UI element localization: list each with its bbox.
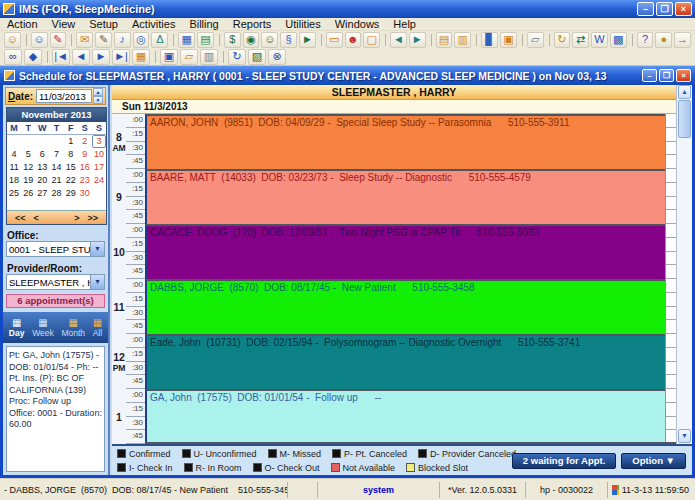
time-slot[interactable]: :45 xyxy=(126,430,145,444)
calendar-day[interactable] xyxy=(35,135,49,148)
calendar-nav-button[interactable]: >> xyxy=(83,213,102,223)
refresh-icon[interactable]: ↻ xyxy=(228,49,246,65)
spinner-up-icon[interactable]: ▲ xyxy=(93,88,103,96)
forward-icon[interactable]: ► xyxy=(409,32,426,48)
view-tab[interactable]: ▦ All xyxy=(93,317,102,338)
saved-folder-icon[interactable]: ▥ xyxy=(454,32,471,48)
statements-icon[interactable]: § xyxy=(280,32,297,48)
lab-icon[interactable]: Δ xyxy=(151,32,168,48)
payments-icon[interactable]: ◉ xyxy=(243,32,260,48)
scroll-down-icon[interactable]: ▼ xyxy=(678,429,691,443)
calendar-day[interactable] xyxy=(7,135,21,148)
option-button[interactable]: Option ▼ xyxy=(621,453,686,469)
stop-icon[interactable]: ⊗ xyxy=(268,49,286,65)
appointment-block[interactable]: DABBS, JORGE (8570) DOB: 08/17/45 - New … xyxy=(145,279,665,334)
calendar-day[interactable]: 18 xyxy=(7,174,21,187)
time-slot[interactable]: :00 xyxy=(126,279,145,293)
chevron-down-icon[interactable]: ▼ xyxy=(90,275,104,289)
time-slot[interactable]: :00 xyxy=(126,169,145,183)
calendar-day[interactable]: 15 xyxy=(64,161,78,174)
time-slot[interactable]: :45 xyxy=(126,210,145,224)
chart-review-icon[interactable]: ◎ xyxy=(133,32,150,48)
vertical-scrollbar[interactable]: ▲ ▼ xyxy=(676,85,692,444)
window-maximize-icon[interactable]: ❒ xyxy=(659,69,674,82)
date-input[interactable] xyxy=(36,89,92,103)
time-slot[interactable]: :00 xyxy=(126,389,145,403)
appointment-block[interactable]: Eade, John (10731) DOB: 02/15/94 - Polys… xyxy=(145,334,665,389)
time-slot[interactable]: :00 xyxy=(126,224,145,238)
scroll-up-icon[interactable]: ▲ xyxy=(678,85,691,99)
menu-item[interactable]: Activities xyxy=(125,18,182,30)
first-record-icon[interactable]: |◄ xyxy=(52,49,70,65)
window-close-icon[interactable]: × xyxy=(676,69,691,82)
calendar-day[interactable] xyxy=(49,135,63,148)
time-slot[interactable]: :45 xyxy=(126,375,145,389)
menu-item[interactable]: Reports xyxy=(226,18,279,30)
calendar-day[interactable]: 2 xyxy=(78,135,92,148)
menu-item[interactable]: Help xyxy=(386,18,423,30)
calendar-day[interactable]: 29 xyxy=(64,187,78,200)
view-tab[interactable]: ▦ Day xyxy=(9,317,25,338)
reports-chart-icon[interactable]: ▊ xyxy=(481,32,498,48)
transfer-icon[interactable]: ⇄ xyxy=(572,32,589,48)
progress-notes-icon[interactable]: ▤ xyxy=(197,32,214,48)
calendar-nav-button[interactable]: > xyxy=(70,213,83,223)
calendar-day[interactable] xyxy=(21,135,35,148)
calendar-day[interactable]: 28 xyxy=(49,187,63,200)
time-slot[interactable]: :45 xyxy=(126,265,145,279)
messages-icon[interactable]: ✉ xyxy=(76,32,93,48)
close-icon[interactable]: × xyxy=(675,2,692,16)
waiting-for-appt-button[interactable]: 2 waiting for Appt. xyxy=(512,453,617,469)
spinner-down-icon[interactable]: ▼ xyxy=(93,96,103,104)
calendar-day[interactable]: 25 xyxy=(7,187,21,200)
calendar-day[interactable] xyxy=(92,187,106,200)
referrals-icon[interactable]: ☻ xyxy=(345,32,362,48)
calendar-day[interactable]: 30 xyxy=(78,187,92,200)
time-slot[interactable]: :15 xyxy=(126,128,145,142)
calendar-icon[interactable]: ▦ xyxy=(132,49,150,65)
calendar-day[interactable]: 4 xyxy=(7,148,21,161)
time-slot[interactable]: :00 xyxy=(126,334,145,348)
time-slot[interactable]: :15 xyxy=(126,403,145,417)
calendar-day[interactable]: 1 xyxy=(64,135,78,148)
calendar-day[interactable]: 26 xyxy=(21,187,35,200)
time-slot[interactable]: :30 xyxy=(126,362,145,376)
filter-icon[interactable]: ◆ xyxy=(24,49,42,65)
save-layout-icon[interactable]: ▥ xyxy=(200,49,218,65)
last-record-icon[interactable]: ►| xyxy=(112,49,130,65)
prescription-icon[interactable]: ✎ xyxy=(95,32,112,48)
calendar-day[interactable]: 24 xyxy=(92,174,106,187)
calendar-nav-button[interactable]: < xyxy=(30,213,43,223)
restore-icon[interactable]: ❒ xyxy=(656,2,673,16)
next-record-icon[interactable]: ► xyxy=(92,49,110,65)
appointment-block[interactable]: CACACE, DOUG (120) DOB: 12/09/51 - Two N… xyxy=(145,224,665,279)
date-spinner[interactable]: ▲▼ xyxy=(93,88,103,104)
time-slot[interactable]: :45 xyxy=(126,155,145,169)
lock-icon[interactable]: ● xyxy=(655,32,672,48)
dictation-icon[interactable]: ♪ xyxy=(114,32,131,48)
calendar-day[interactable]: 5 xyxy=(21,148,35,161)
calendar-day[interactable]: 21 xyxy=(49,174,63,187)
menu-item[interactable]: Utilities xyxy=(278,18,327,30)
collections-icon[interactable]: ☺ xyxy=(261,32,278,48)
appointment-block[interactable]: BAARE, MATT (14033) DOB: 03/23/73 - Slee… xyxy=(145,169,665,224)
time-slot[interactable]: :15 xyxy=(126,348,145,362)
calendar-day[interactable]: 23 xyxy=(78,174,92,187)
menu-item[interactable]: Billing xyxy=(182,18,225,30)
workspace-icon[interactable]: ▣ xyxy=(160,49,178,65)
calendar-day[interactable]: 27 xyxy=(35,187,49,200)
time-slot[interactable]: :30 xyxy=(126,252,145,266)
window-minimize-icon[interactable]: – xyxy=(642,69,657,82)
exit-icon[interactable]: → xyxy=(674,32,691,48)
report-viewer-icon[interactable]: ▩ xyxy=(610,32,627,48)
calendar-day[interactable]: 10 xyxy=(92,148,106,161)
time-slot[interactable]: :15 xyxy=(126,238,145,252)
billing-icon[interactable]: $ xyxy=(224,32,241,48)
help-icon[interactable]: ? xyxy=(637,32,654,48)
calendar-day[interactable]: 22 xyxy=(64,174,78,187)
office-select[interactable]: 0001 - SLEEP STUDY CE ▼ xyxy=(6,241,105,257)
scan-icon[interactable]: ▣ xyxy=(500,32,517,48)
calendar-day[interactable]: 11 xyxy=(7,161,21,174)
calendar-day[interactable]: 16 xyxy=(78,161,92,174)
menu-item[interactable]: Action xyxy=(0,18,45,30)
